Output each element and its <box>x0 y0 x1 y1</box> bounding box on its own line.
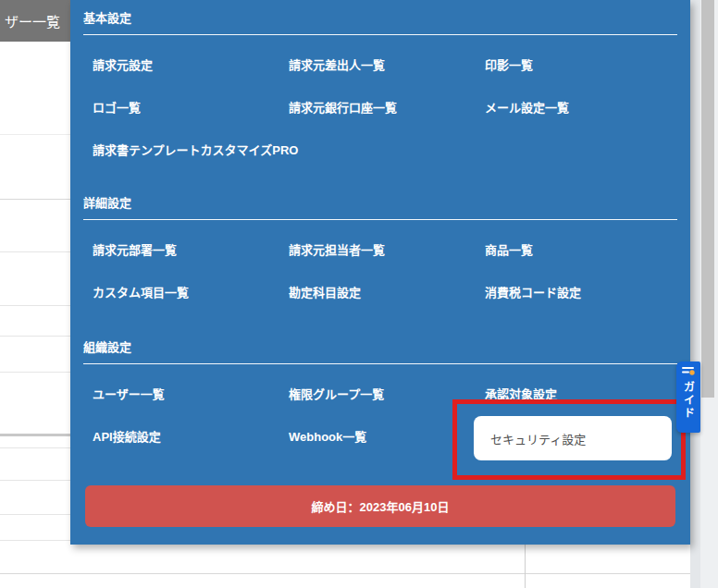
guide-icon <box>681 366 696 378</box>
section-detail-settings: 詳細設定 請求元部署一覧 請求元担当者一覧 商品一覧 カスタム項目一覧 勘定科目… <box>83 195 677 312</box>
menu-link-billing-bank-account-list[interactable]: 請求元銀行口座一覧 <box>289 98 397 116</box>
section-title-basic: 基本設定 <box>83 10 677 26</box>
settings-menu-panel: 基本設定 請求元設定 請求元差出人一覧 印影一覧 ロゴ一覧 請求元銀行口座一覧 … <box>70 0 690 545</box>
section-divider <box>83 363 677 364</box>
section-basic-settings: 基本設定 請求元設定 請求元差出人一覧 印影一覧 ロゴ一覧 請求元銀行口座一覧 … <box>83 10 677 170</box>
menu-link-billing-source-settings[interactable]: 請求元設定 <box>93 55 153 73</box>
table-row-divider <box>0 573 700 574</box>
background-topbar: ザー一覧 <box>0 0 70 42</box>
guide-tab[interactable]: ガイド <box>676 361 700 433</box>
menu-link-billing-sender-list[interactable]: 請求元差出人一覧 <box>289 55 385 73</box>
menu-link-billing-staff-list[interactable]: 請求元担当者一覧 <box>289 240 385 258</box>
menu-link-user-list[interactable]: ユーザー一覧 <box>93 385 165 402</box>
menu-link-custom-field-list[interactable]: カスタム項目一覧 <box>93 283 189 300</box>
scrollbar-thumb[interactable] <box>701 0 714 398</box>
page-right-margin <box>690 0 700 588</box>
menu-link-api-connection-settings[interactable]: API接続設定 <box>93 427 161 445</box>
menu-link-mail-settings-list[interactable]: メール設定一覧 <box>485 98 569 116</box>
section-title-detail: 詳細設定 <box>83 195 677 211</box>
menu-link-permission-group-list[interactable]: 権限グループ一覧 <box>289 385 384 402</box>
menu-link-account-title-settings[interactable]: 勘定科目設定 <box>289 283 361 300</box>
guide-tab-label: ガイド <box>681 381 697 420</box>
section-title-organization: 組織設定 <box>83 339 677 355</box>
menu-link-billing-department-list[interactable]: 請求元部署一覧 <box>93 240 177 258</box>
menu-link-seal-list[interactable]: 印影一覧 <box>485 55 533 73</box>
menu-link-tax-code-settings[interactable]: 消費税コード設定 <box>485 283 581 300</box>
menu-link-approval-target-settings[interactable]: 承認対象設定 <box>485 385 557 402</box>
menu-link-invoice-template-customize-pro[interactable]: 請求書テンプレートカスタマイズPRO <box>93 141 298 158</box>
menu-link-webhook-list[interactable]: Webhook一覧 <box>289 427 366 445</box>
section-divider <box>83 219 677 220</box>
background-page-title: ザー一覧 <box>0 11 60 31</box>
menu-link-security-settings[interactable]: セキュリティ設定 <box>474 416 672 460</box>
table-column-divider <box>525 545 526 588</box>
menu-link-logo-list[interactable]: ロゴ一覧 <box>93 98 141 116</box>
section-divider <box>83 34 677 35</box>
closing-date-button[interactable]: 締め日：2023年06月10日 <box>85 485 675 527</box>
menu-link-product-list[interactable]: 商品一覧 <box>485 240 533 258</box>
